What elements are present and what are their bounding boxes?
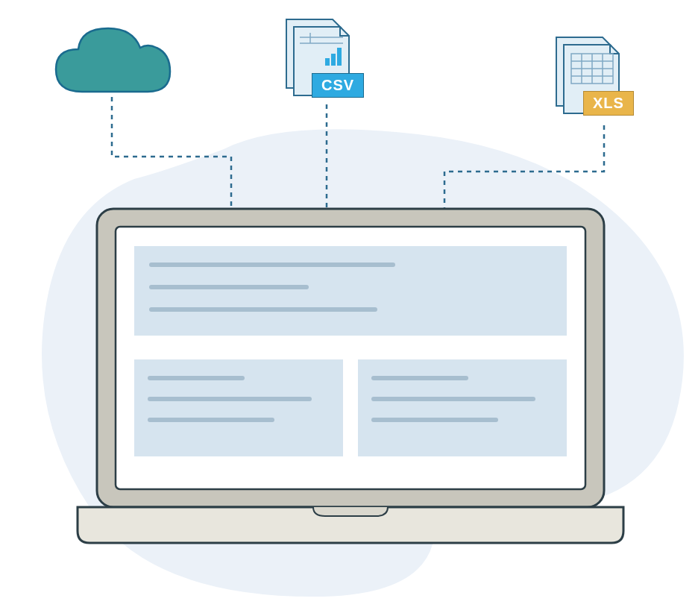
svg-rect-17 — [149, 285, 309, 289]
svg-rect-4 — [331, 54, 336, 66]
svg-rect-20 — [148, 376, 245, 380]
svg-rect-26 — [371, 418, 498, 422]
svg-rect-19 — [134, 359, 343, 456]
cloud-icon — [45, 21, 179, 110]
svg-rect-23 — [358, 359, 567, 456]
xls-badge: XLS — [583, 91, 634, 116]
svg-rect-25 — [371, 397, 535, 401]
svg-rect-21 — [148, 397, 312, 401]
svg-rect-16 — [149, 263, 395, 267]
svg-rect-22 — [148, 418, 274, 422]
csv-badge: CSV — [312, 73, 364, 98]
laptop-icon — [75, 203, 626, 553]
svg-rect-18 — [149, 307, 377, 312]
svg-rect-15 — [134, 246, 567, 336]
svg-rect-24 — [371, 376, 468, 380]
svg-rect-3 — [325, 58, 330, 66]
svg-rect-5 — [337, 48, 342, 66]
